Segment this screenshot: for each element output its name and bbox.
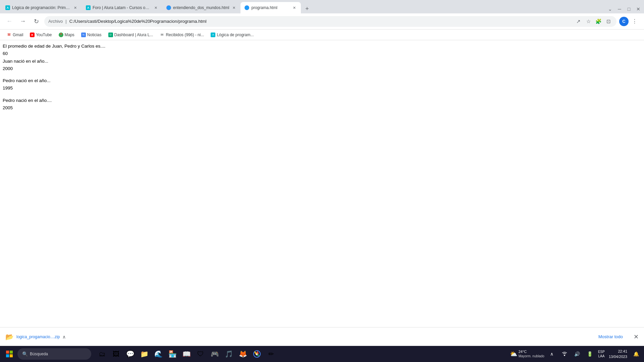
bookmark-gmail-label: Gmail: [13, 33, 23, 37]
photos-icon: 🖼: [113, 350, 119, 358]
bookmark-logica[interactable]: A Lógica de program...: [208, 32, 256, 38]
weather-temp: 24°C: [519, 350, 544, 354]
bookmark-dashboard[interactable]: D Dashboard | Alura L...: [106, 32, 156, 38]
new-tab-button[interactable]: +: [302, 4, 312, 13]
svg-rect-0: [6, 351, 9, 354]
folder-icon: 📁: [140, 350, 149, 358]
download-folder-icon: 📂: [5, 333, 14, 341]
bookmark-gmail[interactable]: M Gmail: [4, 32, 26, 38]
ebook-icon: 📖: [182, 350, 191, 358]
line-1: El promedio de edad de Juan, Pedro y Car…: [3, 43, 641, 50]
gmail-favicon: M: [7, 33, 11, 37]
start-button[interactable]: [3, 347, 16, 361]
tab-4-label: programa.html: [251, 5, 289, 10]
download-arrow-icon[interactable]: ∧: [62, 334, 66, 340]
fox-icon: 🦊: [239, 350, 247, 358]
line-8: 2005: [3, 105, 641, 111]
battery-icon[interactable]: 🔋: [585, 349, 595, 359]
tab-2-close[interactable]: ✕: [153, 5, 158, 10]
line-6: 1995: [3, 85, 641, 92]
weather-desc: Mayorm. nublado: [519, 354, 544, 358]
chrome-icon: [253, 350, 261, 358]
taskbar-app-media[interactable]: 🎵: [222, 347, 235, 361]
taskbar-search[interactable]: 🔍 Búsqueda: [17, 348, 91, 360]
taskbar-app-store[interactable]: 🏪: [166, 347, 179, 361]
forward-button[interactable]: →: [17, 16, 28, 27]
taskbar-app-edge[interactable]: 🌊: [152, 347, 165, 361]
taskbar-app-security[interactable]: 🛡: [194, 347, 207, 361]
bookmark-maps[interactable]: 📍 Maps: [56, 32, 77, 38]
media-icon: 🎵: [225, 350, 233, 358]
weather-icon: ⛅: [510, 350, 517, 358]
tab-1-close[interactable]: ✕: [72, 5, 78, 10]
weather-widget[interactable]: ⛅ 24°C Mayorm. nublado: [510, 350, 544, 358]
volume-icon[interactable]: 🔊: [572, 349, 583, 359]
language-indicator[interactable]: ESP LAA: [597, 350, 605, 358]
svg-rect-3: [10, 354, 13, 357]
address-icons: ↗ ☆ 🧩 ⊡: [574, 17, 612, 25]
bookmark-youtube[interactable]: YouTube: [27, 32, 54, 38]
taskbar-apps: 🗂 🖼 💬 📁 🌊 🏪 📖 🛡: [95, 347, 278, 361]
bookmark-star-icon[interactable]: ☆: [584, 17, 592, 25]
tab-3-favicon: 🌐: [166, 5, 171, 10]
clock-date: 13/04/2023: [609, 354, 627, 360]
line-2: 60: [3, 50, 641, 57]
taskbar-app-photos[interactable]: 🖼: [109, 347, 123, 361]
dashboard-favicon: D: [108, 33, 113, 37]
back-button[interactable]: ←: [4, 16, 15, 27]
svg-rect-1: [10, 351, 13, 354]
browser-tab-3[interactable]: 🌐 entendiendo_dos_mundos.html ✕: [162, 2, 240, 13]
bookmark-logica-label: Lógica de program...: [217, 33, 254, 37]
show-all-button[interactable]: Mostrar todo: [594, 332, 627, 341]
tab-3-close[interactable]: ✕: [231, 5, 236, 10]
download-close-icon[interactable]: ✕: [634, 333, 639, 341]
tab-4-close[interactable]: ✕: [291, 5, 297, 10]
reload-button[interactable]: ↻: [31, 16, 42, 27]
taskbar-app-edit[interactable]: ✏: [264, 347, 278, 361]
maps-favicon: 📍: [59, 33, 63, 37]
search-icon: 🔍: [22, 351, 28, 357]
edge-icon: 🌊: [154, 350, 163, 358]
tab-2-label: Foro | Alura Latam - Cursos onli...: [93, 5, 151, 10]
browser-tab-1[interactable]: A Lógica de programación: Primer... ✕: [1, 2, 82, 13]
address-bar[interactable]: Archivo | C:/Users/casti/Desktop/Logica%…: [44, 16, 616, 27]
chat-icon: 💬: [126, 350, 135, 358]
download-filename[interactable]: logica_progamacio....zip: [16, 335, 60, 339]
taskbar-app-game[interactable]: 🎮: [208, 347, 221, 361]
taskbar-app-ebook[interactable]: 📖: [180, 347, 193, 361]
extension-icon[interactable]: 🧩: [594, 17, 602, 25]
browser-frame: A Lógica de programación: Primer... ✕ A …: [0, 0, 644, 362]
bookmark-recibidos[interactable]: ✉ Recibidos (996) - ni...: [157, 32, 207, 38]
svg-point-6: [564, 355, 565, 356]
tab-list-button[interactable]: ⌄: [606, 5, 614, 13]
taskbar-app-files[interactable]: 🗂: [95, 347, 109, 361]
taskbar-app-chrome[interactable]: [250, 347, 264, 361]
minimize-button[interactable]: ─: [615, 5, 624, 13]
chevron-up-icon[interactable]: ∧: [546, 349, 557, 359]
clock-time: 22:41: [609, 349, 627, 354]
share-icon[interactable]: ↗: [574, 17, 582, 25]
taskbar-app-folder[interactable]: 📁: [138, 347, 151, 361]
network-icon[interactable]: [559, 349, 570, 359]
bookmark-noticias[interactable]: N Noticias: [78, 32, 104, 38]
more-options-icon[interactable]: ⋮: [629, 16, 640, 27]
bookmark-dashboard-label: Dashboard | Alura L...: [114, 33, 153, 37]
browser-tab-2[interactable]: A Foro | Alura Latam - Cursos onli... ✕: [82, 2, 162, 13]
taskbar-app-fox[interactable]: 🦊: [236, 347, 250, 361]
maximize-button[interactable]: □: [625, 5, 633, 13]
page-text-block: El promedio de edad de Juan, Pedro y Car…: [3, 43, 641, 111]
game-icon: 🎮: [211, 350, 219, 358]
bookmark-youtube-label: YouTube: [36, 33, 52, 37]
close-window-button[interactable]: ✕: [634, 5, 643, 13]
taskbar-app-chat[interactable]: 💬: [123, 347, 137, 361]
notification-icon[interactable]: 🔔: [631, 349, 641, 359]
profile-icon[interactable]: C: [619, 17, 629, 26]
bookmark-noticias-label: Noticias: [87, 33, 102, 37]
taskbar: 🔍 Búsqueda 🗂 🖼 💬 📁 🌊 🏪 �: [0, 346, 644, 362]
taskbar-clock[interactable]: 22:41 13/04/2023: [607, 349, 629, 360]
edit-icon: ✏: [268, 350, 274, 358]
split-view-icon[interactable]: ⊡: [604, 17, 612, 25]
browser-tab-4[interactable]: 🌐 programa.html ✕: [240, 2, 301, 13]
logica-favicon: A: [211, 33, 215, 37]
tab-3-label: entendiendo_dos_mundos.html: [173, 5, 229, 10]
